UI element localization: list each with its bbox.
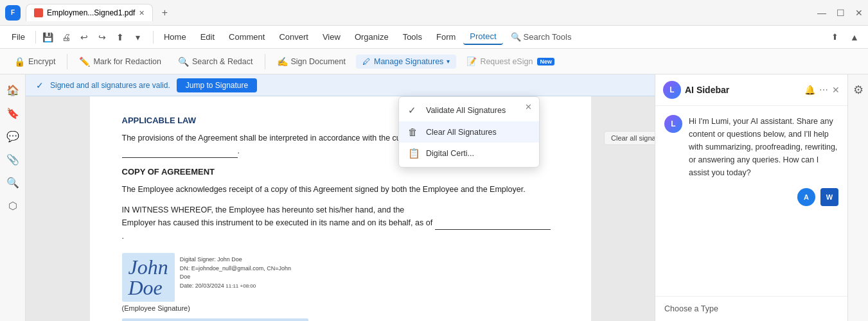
redact-icon: ✏️ bbox=[79, 56, 90, 67]
search-tools-button[interactable]: 🔍 Search Tools bbox=[504, 30, 578, 44]
sig-detail-line2: DN: E=johndoe_null@gmail.com, CN=John bbox=[180, 265, 291, 273]
tab-title: Employmen...Signed1.pdf bbox=[47, 8, 135, 17]
new-tab-button[interactable]: + bbox=[157, 5, 172, 21]
state-field bbox=[122, 144, 238, 158]
collapse-button[interactable]: ▲ bbox=[846, 29, 863, 46]
sidebar-home-icon[interactable]: 🏠 bbox=[3, 80, 23, 100]
employee-signature-label: (Employee Signature) bbox=[122, 304, 559, 312]
ai-action-avatars: A W bbox=[664, 188, 838, 206]
ai-sidebar-footer: Choose a Type bbox=[655, 296, 847, 321]
manage-signatures-dropdown: ✕ ✓ Validate All Signatures 🗑 Clear All … bbox=[398, 96, 540, 168]
toolbar-divider bbox=[35, 31, 36, 44]
menu-home[interactable]: Home bbox=[157, 30, 193, 44]
signature-details: Digital Signer: John Doe DN: E=johndoe_n… bbox=[180, 256, 291, 290]
request-sign-icon: 📝 bbox=[466, 56, 477, 66]
copy-agreement-heading: COPY OF AGREEMENT bbox=[122, 167, 559, 177]
encrypt-label: Encrypt bbox=[28, 57, 55, 66]
browser-tab[interactable]: Employmen...Signed1.pdf ✕ bbox=[26, 4, 153, 21]
sidebar-comment-icon[interactable]: 💬 bbox=[3, 126, 23, 146]
ai-sidebar-body: L Hi I'm Lumi, your AI assistant. Share … bbox=[655, 106, 847, 296]
menu-tools[interactable]: Tools bbox=[396, 30, 429, 44]
sidebar-bookmark-icon[interactable]: 🔖 bbox=[3, 103, 23, 123]
menu-organize[interactable]: Organize bbox=[348, 30, 395, 44]
witness-text: IN WITNESS WHEREOF, the Employee has her… bbox=[122, 204, 559, 243]
manage-signatures-button[interactable]: 🖊 Manage Signatures ▾ bbox=[356, 55, 456, 69]
clear-signatures-tooltip: Clear all signatures on the document bbox=[604, 131, 655, 145]
settings-panel-icon[interactable]: ⚙ bbox=[848, 80, 869, 100]
sign-document-button[interactable]: ✍ Sign Document bbox=[270, 54, 352, 69]
signature-name: John bbox=[128, 257, 168, 277]
print-icon-btn[interactable]: 🖨 bbox=[58, 29, 75, 46]
request-esign-label: Request eSign bbox=[480, 57, 533, 66]
search-redact-button[interactable]: 🔍 Search & Redact bbox=[172, 54, 260, 69]
signature-image: John Doe bbox=[122, 253, 175, 302]
signature-banner: ✓ Signed and all signatures are valid. J… bbox=[26, 74, 655, 96]
search-redact-icon: 🔍 bbox=[178, 56, 189, 67]
manage-signatures-label: Manage Signatures bbox=[374, 57, 443, 66]
request-esign-button[interactable]: 📝 Request eSign New bbox=[460, 54, 561, 69]
sig-detail-line1: Digital Signer: John Doe bbox=[180, 256, 291, 265]
validate-all-signatures-item[interactable]: ✓ Validate All Signatures bbox=[399, 100, 539, 121]
toolbar-divider4 bbox=[265, 54, 265, 69]
sig-detail-line4: Date: 20/03/2024 11:11 +08:00 bbox=[180, 282, 291, 291]
share-icon-btn[interactable]: ⬆ bbox=[112, 29, 128, 46]
manage-sig-icon: 🖊 bbox=[362, 57, 371, 66]
ai-sidebar: L AI Sidebar 🔔 ⋯ ✕ L Hi I'm Lumi, your A… bbox=[655, 74, 847, 321]
tab-close-button[interactable]: ✕ bbox=[139, 9, 145, 17]
dropdown-close-button[interactable]: ✕ bbox=[522, 101, 534, 112]
ai-sidebar-header: L AI Sidebar 🔔 ⋯ ✕ bbox=[655, 74, 847, 106]
ai-message-row: L Hi I'm Lumi, your AI assistant. Share … bbox=[664, 115, 838, 179]
clear-label: Clear All Signatures bbox=[426, 128, 497, 137]
mark-redaction-label: Mark for Redaction bbox=[93, 57, 161, 66]
ai-notifications-icon[interactable]: 🔔 bbox=[804, 85, 815, 95]
save-icon-btn[interactable]: 💾 bbox=[40, 29, 57, 46]
browser-logo: F bbox=[5, 5, 21, 21]
sidebar-layers-icon[interactable]: ⬡ bbox=[3, 195, 23, 216]
cert-icon: 📋 bbox=[408, 148, 420, 159]
menu-convert[interactable]: Convert bbox=[272, 30, 315, 44]
lumi-message-avatar: L bbox=[664, 115, 682, 133]
ms-avatar[interactable]: A bbox=[797, 188, 815, 206]
menu-edit[interactable]: Edit bbox=[194, 30, 221, 44]
upload-button[interactable]: ⬆ bbox=[826, 30, 844, 44]
close-window-button[interactable]: ✕ bbox=[855, 8, 863, 18]
maximize-button[interactable]: ☐ bbox=[837, 8, 845, 18]
validate-icon: ✓ bbox=[408, 105, 420, 116]
sidebar-attach-icon[interactable]: 📎 bbox=[3, 149, 23, 169]
search-tools-label: Search Tools bbox=[524, 32, 572, 42]
menu-file[interactable]: File bbox=[5, 30, 31, 44]
toolbar-right: ⬆ ▲ bbox=[826, 29, 863, 46]
clear-icon: 🗑 bbox=[408, 126, 420, 137]
sig-detail-line3: Doe bbox=[180, 273, 291, 282]
minimize-button[interactable]: — bbox=[817, 8, 826, 18]
digital-certificate-item[interactable]: 📋 Digital Certi... bbox=[399, 143, 539, 164]
menu-comment[interactable]: Comment bbox=[222, 30, 271, 44]
menu-protect[interactable]: Protect bbox=[463, 29, 502, 45]
ai-close-icon[interactable]: ✕ bbox=[832, 85, 840, 95]
toolbar-divider2 bbox=[153, 31, 154, 44]
choose-type-label: Choose a Type bbox=[664, 304, 718, 313]
new-badge: New bbox=[537, 58, 554, 65]
sig-valid-icon: ✓ bbox=[36, 80, 44, 91]
sidebar-search-icon[interactable]: 🔍 bbox=[3, 172, 23, 193]
date-field bbox=[435, 216, 551, 230]
validate-label: Validate All Signatures bbox=[426, 106, 506, 115]
word-avatar[interactable]: W bbox=[820, 188, 838, 206]
menu-view[interactable]: View bbox=[316, 30, 347, 44]
document-area: ✓ Signed and all signatures are valid. J… bbox=[26, 74, 655, 321]
lock-icon: 🔒 bbox=[14, 56, 25, 67]
undo-icon-btn[interactable]: ↩ bbox=[76, 29, 93, 46]
lumi-avatar: L bbox=[663, 81, 681, 99]
encrypt-button[interactable]: 🔒 Encrypt bbox=[8, 54, 62, 69]
menu-form[interactable]: Form bbox=[430, 30, 462, 44]
main-area: 🏠 🔖 💬 📎 🔍 ⬡ ✓ Signed and all signatures … bbox=[0, 74, 868, 321]
dropdown-icon-btn[interactable]: ▾ bbox=[130, 29, 146, 46]
digital-cert-label: Digital Certi... bbox=[426, 149, 474, 158]
search-icon: 🔍 bbox=[511, 32, 521, 42]
ai-more-options-icon[interactable]: ⋯ bbox=[819, 85, 828, 95]
mark-redaction-button[interactable]: ✏️ Mark for Redaction bbox=[73, 54, 168, 69]
redo-icon-btn[interactable]: ↪ bbox=[94, 29, 111, 46]
dropdown-arrow-icon: ▾ bbox=[447, 58, 450, 65]
clear-all-signatures-item[interactable]: 🗑 Clear All Signatures bbox=[399, 121, 539, 143]
jump-to-signature-button[interactable]: Jump to Signature bbox=[177, 78, 257, 92]
